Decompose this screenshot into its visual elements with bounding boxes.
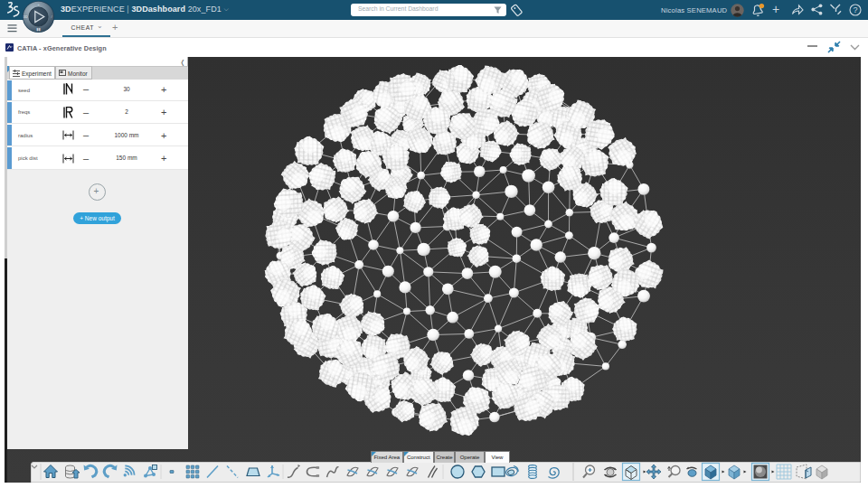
svg-text:▮▮: ▮▮: [36, 27, 41, 32]
svg-text:+: +: [37, 3, 40, 7]
svg-text:3D: 3D: [24, 15, 28, 19]
